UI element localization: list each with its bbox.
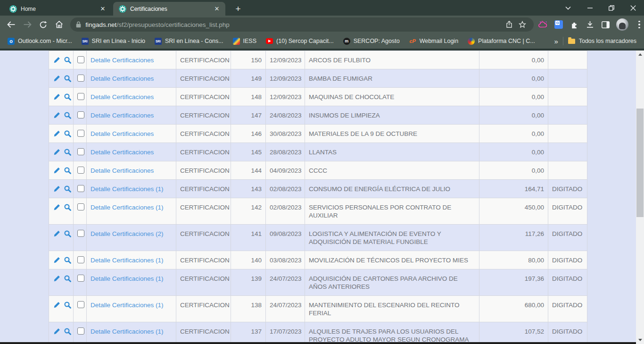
restore-icon[interactable]	[601, 0, 622, 16]
row-checkbox[interactable]	[77, 230, 84, 237]
tab-home[interactable]: Home ✕	[4, 2, 111, 16]
bookmark-item[interactable]: Plataforma CNC | C...	[464, 36, 539, 47]
detalle-certificaciones-link[interactable]: Detalle Certificaciones	[91, 93, 154, 101]
bookmark-item[interactable]: SERCOP: Agosto	[339, 36, 404, 47]
detalle-certificaciones-link[interactable]: Detalle Certificaciones (1)	[91, 204, 164, 211]
edit-pencil-icon[interactable]	[53, 185, 61, 193]
vertical-scrollbar[interactable]	[636, 50, 644, 344]
bookmark-item[interactable]: Outlook.com - Micr...	[4, 36, 76, 47]
detalle-certificaciones-link[interactable]: Detalle Certificaciones (1)	[91, 185, 164, 193]
bookmark-item[interactable]: Webmail Login	[405, 36, 462, 47]
menu-kebab-icon[interactable]	[635, 20, 644, 29]
reload-icon[interactable]	[36, 17, 51, 32]
row-checkbox[interactable]	[77, 256, 84, 263]
bookmark-item[interactable]: IESS	[229, 36, 261, 47]
row-checkbox[interactable]	[77, 275, 84, 282]
magnifier-icon[interactable]	[64, 93, 72, 101]
detail-link-cell: Detalle Certificaciones	[87, 161, 176, 180]
back-icon[interactable]	[4, 17, 19, 32]
edit-pencil-icon[interactable]	[53, 256, 61, 264]
tab-search-chevron-icon[interactable]	[557, 0, 579, 16]
magnifier-icon[interactable]	[64, 56, 72, 64]
all-bookmarks-button[interactable]: Todos los marcadores	[563, 36, 642, 46]
detalle-certificaciones-link[interactable]: Detalle Certificaciones	[91, 167, 154, 174]
edit-pencil-icon[interactable]	[53, 327, 61, 336]
number-cell: 138	[231, 296, 266, 322]
magnifier-icon[interactable]	[64, 230, 72, 238]
detalle-certificaciones-link[interactable]: Detalle Certificaciones	[91, 75, 154, 82]
browser-window: Home ✕ Certificaciones ✕ + fingads.n	[0, 0, 644, 344]
row-checkbox[interactable]	[77, 167, 84, 174]
scrollbar-thumb[interactable]	[636, 109, 644, 217]
detalle-certificaciones-link[interactable]: Detalle Certificaciones	[91, 149, 154, 156]
magnifier-icon[interactable]	[64, 185, 72, 193]
edit-pencil-icon[interactable]	[53, 301, 61, 309]
edit-pencil-icon[interactable]	[53, 203, 61, 211]
detalle-certificaciones-link[interactable]: Detalle Certificaciones (2)	[91, 230, 164, 237]
new-tab-button[interactable]: +	[232, 3, 244, 15]
magnifier-icon[interactable]	[64, 148, 72, 156]
detalle-certificaciones-link[interactable]: Detalle Certificaciones (1)	[91, 302, 164, 309]
magnifier-icon[interactable]	[64, 327, 72, 336]
detail-link-cell: Detalle Certificaciones	[87, 125, 176, 143]
edit-pencil-icon[interactable]	[53, 75, 61, 83]
detalle-certificaciones-link[interactable]: Detalle Certificaciones (1)	[91, 257, 164, 264]
magnifier-icon[interactable]	[64, 167, 72, 175]
edit-pencil-icon[interactable]	[53, 275, 61, 283]
tab-close-icon[interactable]: ✕	[213, 5, 221, 13]
detalle-certificaciones-link[interactable]: Detalle Certificaciones	[91, 130, 154, 137]
downloads-icon[interactable]	[585, 20, 594, 29]
detalle-certificaciones-link[interactable]: Detalle Certificaciones	[91, 57, 154, 64]
amount-cell: 0,00	[479, 69, 548, 88]
edit-pencil-icon[interactable]	[53, 56, 61, 64]
row-checkbox[interactable]	[77, 148, 84, 155]
bookmark-star-icon[interactable]	[516, 18, 529, 31]
edit-pencil-icon[interactable]	[53, 130, 61, 138]
scroll-down-icon[interactable]	[636, 336, 644, 344]
row-checkbox[interactable]	[77, 93, 84, 100]
translate-extension-icon[interactable]	[554, 20, 563, 29]
amount-cell: 80,00	[479, 251, 548, 269]
magnifier-icon[interactable]	[64, 203, 72, 211]
minimize-icon[interactable]	[579, 0, 601, 16]
url-text: fingads.net/sf2/presupuesto/certificacio…	[85, 21, 503, 28]
magnifier-icon[interactable]	[64, 301, 72, 309]
magnifier-icon[interactable]	[64, 130, 72, 138]
scroll-up-icon[interactable]	[636, 50, 644, 59]
row-checkbox[interactable]	[77, 301, 84, 308]
cloud-extension-icon[interactable]	[538, 20, 548, 29]
row-checkbox[interactable]	[77, 75, 84, 82]
bookmarks-overflow-chevron[interactable]: »	[549, 37, 562, 45]
row-checkbox[interactable]	[77, 203, 84, 210]
detalle-certificaciones-link[interactable]: Detalle Certificaciones	[91, 112, 154, 119]
magnifier-icon[interactable]	[64, 111, 72, 119]
magnifier-icon[interactable]	[64, 275, 72, 283]
forward-icon[interactable]	[20, 17, 35, 32]
share-icon[interactable]	[503, 18, 516, 31]
tab-close-icon[interactable]: ✕	[99, 5, 107, 13]
edit-pencil-icon[interactable]	[53, 111, 61, 119]
magnifier-icon[interactable]	[64, 75, 72, 83]
tab-certificaciones[interactable]: Certificaciones ✕	[113, 2, 225, 16]
magnifier-icon[interactable]	[64, 256, 72, 264]
bookmark-item[interactable]: (10) Sercop Capacit...	[262, 36, 338, 46]
row-checkbox[interactable]	[77, 56, 84, 63]
row-checkbox[interactable]	[77, 185, 84, 192]
home-icon[interactable]	[51, 17, 66, 32]
row-checkbox[interactable]	[77, 111, 84, 118]
row-checkbox[interactable]	[77, 130, 84, 137]
detalle-certificaciones-link[interactable]: Detalle Certificaciones (1)	[91, 328, 164, 335]
side-panel-icon[interactable]	[601, 20, 610, 29]
profile-avatar[interactable]	[616, 18, 628, 31]
edit-pencil-icon[interactable]	[53, 230, 61, 238]
detalle-certificaciones-link[interactable]: Detalle Certificaciones (1)	[91, 275, 164, 282]
extensions-puzzle-icon[interactable]	[570, 20, 579, 29]
row-checkbox[interactable]	[77, 327, 84, 335]
edit-pencil-icon[interactable]	[53, 148, 61, 156]
address-bar[interactable]: fingads.net/sf2/presupuesto/certificacio…	[70, 17, 534, 32]
edit-pencil-icon[interactable]	[53, 93, 61, 101]
bookmark-item[interactable]: SRI en Línea - Cons...	[151, 36, 227, 47]
edit-pencil-icon[interactable]	[53, 167, 61, 175]
bookmark-item[interactable]: SRI en Línea - Inicio	[78, 36, 149, 47]
close-icon[interactable]	[622, 0, 644, 16]
